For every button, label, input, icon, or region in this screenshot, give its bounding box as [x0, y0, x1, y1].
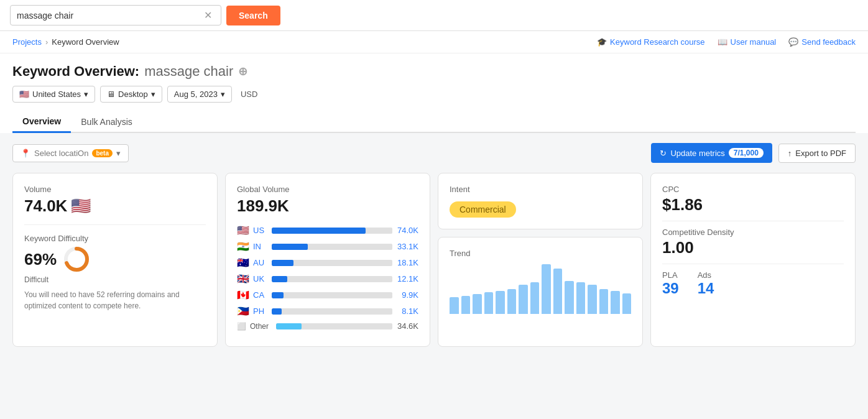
bar-ph: [272, 308, 392, 315]
device-chevron-icon: ▾: [151, 90, 155, 99]
select-location-btn[interactable]: 📍 Select locatiOn beta ▾: [12, 144, 129, 162]
cpc-value: $1.86: [662, 195, 844, 214]
pla-ads-row: PLA 39 Ads 14: [662, 270, 844, 297]
breadcrumb-links: 🎓 Keyword Research course 📖 User manual …: [597, 37, 856, 47]
flag-other: ⬜: [237, 322, 246, 331]
toolbar-row: 📍 Select locatiOn beta ▾ ↻ Update metric…: [12, 143, 856, 163]
page-title-prefix: Keyword Overview:: [12, 63, 139, 80]
flag-ca: 🇨🇦: [237, 289, 249, 301]
breadcrumb-current: Keyword Overview: [52, 37, 119, 47]
trend-bar: [542, 264, 551, 314]
code-uk: UK: [253, 274, 268, 283]
location-chevron-icon: ▾: [84, 90, 88, 99]
flag-us: 🇺🇸: [237, 224, 249, 236]
ads-value: 14: [698, 280, 714, 297]
trend-bar: [519, 285, 528, 314]
page-title: Keyword Overview: massage chair ⊕: [12, 63, 856, 80]
location-filter-label: United States: [32, 90, 81, 99]
breadcrumb-projects[interactable]: Projects: [12, 37, 42, 47]
cpc-row: CPC $1.86: [662, 185, 844, 214]
volume-card: Volume 74.0K 🇺🇸 Keyword Difficulty 69% D…: [12, 173, 218, 347]
user-manual-link[interactable]: 📖 User manual: [718, 37, 777, 47]
filters-row: 🇺🇸 United States ▾ 🖥 Desktop ▾ Aug 5, 20…: [12, 86, 856, 103]
country-row-in: 🇮🇳 IN 33.1K: [237, 241, 418, 252]
currency-label: USD: [241, 90, 257, 99]
location-filter-btn[interactable]: 🇺🇸 United States ▾: [12, 86, 95, 103]
device-filter-btn[interactable]: 🖥 Desktop ▾: [100, 86, 162, 103]
desktop-icon: 🖥: [107, 90, 115, 99]
density-value: 1.00: [662, 238, 844, 257]
trend-bar: [611, 291, 620, 314]
trend-card: Trend: [438, 237, 643, 347]
keyword-research-link[interactable]: 🎓 Keyword Research course: [597, 37, 704, 47]
global-volume-card: Global Volume 189.9K 🇺🇸 US 74.0K 🇮🇳 IN 3…: [225, 173, 430, 347]
tabs-row: Overview Bulk Analysis: [12, 111, 856, 133]
difficulty-desc: You will need to have 52 referring domai…: [24, 289, 206, 311]
bar-ca: [272, 292, 392, 298]
trend-label: Trend: [450, 249, 631, 258]
keyword-name: massage chair: [144, 63, 233, 80]
trend-bar: [565, 281, 574, 314]
volume-value: 74.0K 🇺🇸: [24, 196, 206, 216]
intent-card: Intent Commercial: [438, 173, 643, 229]
difficulty-text: Difficult: [24, 275, 206, 284]
update-count-badge: 7/1,000: [729, 148, 764, 158]
flag-uk: 🇬🇧: [237, 273, 249, 285]
val-au: 18.1K: [396, 258, 418, 267]
export-btn[interactable]: ↑ Export to PDF: [778, 144, 856, 163]
content-area: 📍 Select locatiOn beta ▾ ↻ Update metric…: [0, 133, 868, 357]
trend-bar: [588, 285, 597, 314]
difficulty-pct: 69%: [24, 250, 57, 269]
breadcrumb-separator: ›: [45, 37, 48, 47]
density-row: Competitive Density 1.00: [662, 228, 844, 257]
trend-bar: [496, 291, 505, 314]
country-row-ph: 🇵🇭 PH 8.1K: [237, 305, 418, 317]
val-in: 33.1K: [396, 242, 418, 251]
select-location-label: Select locatiOn: [34, 149, 88, 158]
country-row-uk: 🇬🇧 UK 12.1K: [237, 273, 418, 285]
add-keyword-icon[interactable]: ⊕: [238, 65, 247, 78]
tab-overview[interactable]: Overview: [12, 111, 71, 133]
us-flag-volume: 🇺🇸: [71, 196, 91, 216]
clear-icon[interactable]: ✕: [204, 9, 212, 21]
density-label: Competitive Density: [662, 228, 844, 237]
country-row-au: 🇦🇺 AU 18.1K: [237, 257, 418, 269]
send-feedback-label: Send feedback: [801, 37, 856, 47]
volume-label: Volume: [24, 185, 206, 194]
flag-ph: 🇵🇭: [237, 305, 249, 317]
pla-block: PLA 39: [662, 270, 679, 297]
tab-bulk-analysis[interactable]: Bulk Analysis: [71, 112, 142, 133]
val-other: 34.6K: [396, 321, 418, 331]
search-bar: ✕ Search: [0, 0, 868, 31]
country-row-other: ⬜ Other 34.6K: [237, 321, 418, 331]
cards-grid: Volume 74.0K 🇺🇸 Keyword Difficulty 69% D…: [12, 173, 856, 347]
global-volume-label: Global Volume: [237, 185, 418, 194]
book-icon: 📖: [718, 37, 727, 47]
intent-trend-col: Intent Commercial Trend: [438, 173, 643, 347]
breadcrumb-bar: Projects › Keyword Overview 🎓 Keyword Re…: [0, 31, 868, 53]
difficulty-label: Keyword Difficulty: [24, 234, 206, 243]
global-volume-value: 189.9K: [237, 196, 418, 216]
pla-value: 39: [662, 280, 679, 297]
beta-badge: beta: [92, 149, 113, 157]
date-filter-btn[interactable]: Aug 5, 2023 ▾: [167, 86, 232, 103]
send-feedback-link[interactable]: 💬 Send feedback: [788, 37, 856, 47]
pla-label: PLA: [662, 270, 679, 280]
date-filter-label: Aug 5, 2023: [174, 90, 218, 99]
search-button[interactable]: Search: [226, 6, 280, 25]
cpc-label: CPC: [662, 185, 844, 194]
breadcrumb: Projects › Keyword Overview: [12, 37, 119, 47]
search-input[interactable]: [17, 11, 204, 21]
trend-bar: [530, 282, 540, 314]
user-manual-label: User manual: [731, 37, 777, 47]
bar-other: [276, 323, 392, 329]
trend-chart: [450, 264, 631, 314]
country-list: 🇺🇸 US 74.0K 🇮🇳 IN 33.1K 🇦🇺 AU: [237, 224, 418, 331]
page-header: Keyword Overview: massage chair ⊕ 🇺🇸 Uni…: [0, 53, 868, 133]
location-dropdown-icon: ▾: [116, 149, 121, 158]
flag-au: 🇦🇺: [237, 257, 249, 269]
val-uk: 12.1K: [396, 274, 418, 283]
code-ca: CA: [253, 290, 268, 300]
export-label: Export to PDF: [795, 149, 846, 158]
update-metrics-btn[interactable]: ↻ Update metrics 7/1,000: [651, 143, 772, 163]
